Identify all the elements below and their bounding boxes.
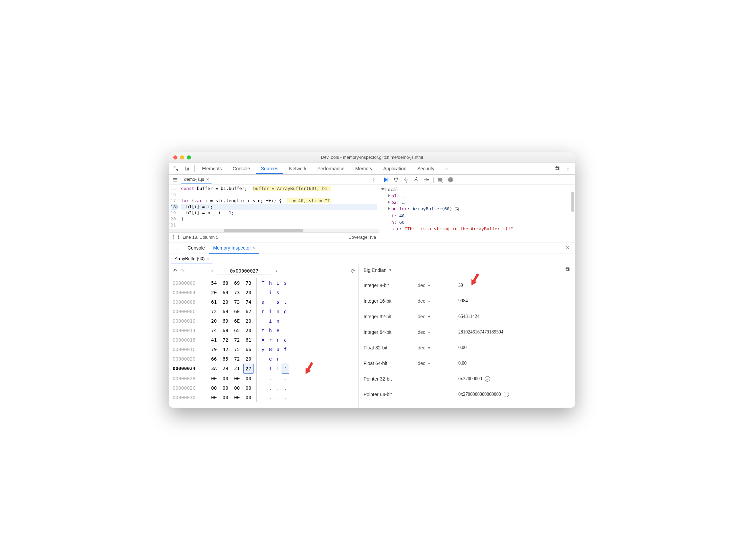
close-drawer-icon[interactable]: × <box>562 244 573 252</box>
memory-inspector-subtabs: ArrayBuffer(60) × <box>169 254 575 264</box>
history-back-icon[interactable]: ↶ <box>173 268 177 274</box>
kebab-menu-icon[interactable] <box>563 164 573 173</box>
tab-memory[interactable]: Memory <box>351 163 377 174</box>
hex-row[interactable]: 0000000420697320 is <box>173 288 355 297</box>
coverage-label: Coverage: n/a <box>348 235 376 240</box>
value-row-float-64-bit: Float 64-bitdec ▾0.00 <box>364 356 570 371</box>
address-input[interactable] <box>217 267 271 275</box>
hex-row[interactable]: 0000002C00000000.... <box>173 383 355 393</box>
hex-viewer: ↶ ↷ ‹ › ⟳ 0000000054686973This0000000420… <box>169 264 359 408</box>
svg-point-4 <box>395 181 396 182</box>
file-tab-label: demo-js.js <box>184 177 204 182</box>
format-selector[interactable]: dec ▾ <box>418 361 458 366</box>
tab-console[interactable]: Console <box>228 163 255 174</box>
close-tab-icon[interactable]: × <box>206 177 209 182</box>
debugger-toolbar <box>379 175 575 185</box>
file-tab-bar: demo-js.js × <box>169 175 379 185</box>
hex-row[interactable]: 0000003000000000.... <box>173 393 355 402</box>
drawer: ⋮ ConsoleMemory Inspector × × ArrayBuffe… <box>169 242 575 408</box>
scope-var-buffer[interactable]: buffer: ArrayBuffer(60) ⋯ <box>382 206 572 213</box>
tab-sources[interactable]: Sources <box>256 163 283 174</box>
value-row-integer-16-bit: Integer 16-bitdec ▾9984 <box>364 293 570 309</box>
inspect-element-icon[interactable] <box>171 164 181 173</box>
device-toolbar-icon[interactable] <box>182 164 192 173</box>
step-out-icon[interactable] <box>413 176 420 183</box>
format-selector[interactable]: dec ▾ <box>418 283 458 288</box>
svg-point-7 <box>428 179 429 180</box>
hex-row[interactable]: 0000000054686973This <box>173 278 355 288</box>
hex-row[interactable]: 0000000861207374a st <box>173 297 355 307</box>
subtab-label: ArrayBuffer(60) <box>175 256 205 261</box>
format-selector[interactable]: dec ▾ <box>418 345 458 350</box>
scope-pane[interactable]: Local b1: …b2: …buffer: ArrayBuffer(60) … <box>379 185 575 238</box>
format-selector[interactable]: dec ▾ <box>418 298 458 304</box>
goto-address-icon[interactable]: → <box>504 392 509 397</box>
hex-row[interactable]: 0000002800000000.... <box>173 374 355 383</box>
tab-application[interactable]: Application <box>378 163 411 174</box>
svg-point-0 <box>568 167 569 168</box>
settings-gear-icon[interactable] <box>552 164 562 173</box>
value-row-integer-32-bit: Integer 32-bitdec ▾654311424 <box>364 309 570 324</box>
hex-row[interactable]: 0000001C79427566yBuf <box>173 345 355 354</box>
value-row-float-32-bit: Float 32-bitdec ▾0.00 <box>364 340 570 356</box>
value-row-pointer-64-bit: Pointer 64-bit0x2700000000000000→ <box>364 387 570 402</box>
snippets-run-icon[interactable] <box>369 175 379 185</box>
scope-header: Local <box>385 187 398 192</box>
value-settings-gear-icon[interactable] <box>565 267 570 273</box>
file-tab-demo-js[interactable]: demo-js.js × <box>181 175 212 184</box>
address-prev-icon[interactable]: ‹ <box>209 268 216 274</box>
tab-network[interactable]: Network <box>284 163 311 174</box>
resume-icon[interactable] <box>382 176 389 183</box>
hex-row[interactable]: 0000001020696E20 in <box>173 316 355 326</box>
pause-on-exceptions-icon[interactable] <box>447 176 454 183</box>
address-next-icon[interactable]: › <box>272 268 280 274</box>
goto-address-icon[interactable]: → <box>485 376 490 382</box>
value-row-pointer-32-bit: Pointer 32-bit0x27000000→ <box>364 371 570 387</box>
scope-var-i[interactable]: i: 40 <box>382 213 572 219</box>
scope-var-str[interactable]: str: "This is a string in the ArrayBuffe… <box>382 225 572 232</box>
tab-performance[interactable]: Performance <box>312 163 349 174</box>
devtools-window: DevTools - memory-inspector.glitch.me/de… <box>169 152 575 408</box>
history-forward-icon[interactable]: ↷ <box>180 268 185 274</box>
tabs-overflow[interactable]: » <box>440 163 453 174</box>
step-into-icon[interactable] <box>403 176 410 183</box>
refresh-icon[interactable]: ⟳ <box>351 268 355 274</box>
drawer-kebab-icon[interactable]: ⋮ <box>171 244 183 252</box>
tab-elements[interactable]: Elements <box>197 163 226 174</box>
endian-selector[interactable]: Big Endian <box>364 267 387 273</box>
hex-row[interactable]: 0000001841727261Arra <box>173 335 355 345</box>
value-interpreter: Big Endian ▾ Integer 8-bitdec ▾39Integer… <box>359 264 575 408</box>
subtab-arraybuffer[interactable]: ArrayBuffer(60) × <box>171 254 213 263</box>
drawer-tab-memory-inspector[interactable]: Memory Inspector × <box>209 243 259 254</box>
window-title: DevTools - memory-inspector.glitch.me/de… <box>169 155 575 160</box>
code-editor[interactable]: 15161718192021 const buffer = b1.buffer;… <box>169 185 379 229</box>
format-braces-icon[interactable]: { } <box>172 235 180 240</box>
hex-row[interactable]: 0000001474686520the <box>173 326 355 335</box>
scope-var-b1[interactable]: b1: … <box>382 193 572 199</box>
deactivate-breakpoints-icon[interactable] <box>437 176 444 183</box>
step-icon[interactable] <box>423 176 430 183</box>
format-selector[interactable]: dec ▾ <box>418 329 458 335</box>
tab-security[interactable]: Security <box>413 163 439 174</box>
horizontal-scrollbar[interactable] <box>169 229 379 232</box>
endian-caret-icon[interactable]: ▾ <box>389 268 391 272</box>
show-navigator-icon[interactable] <box>171 175 180 185</box>
close-subtab-icon[interactable]: × <box>207 256 210 261</box>
value-row-integer-8-bit: Integer 8-bitdec ▾39 <box>364 278 570 293</box>
drawer-tab-console[interactable]: Console <box>183 243 209 254</box>
hex-toolbar: ↶ ↷ ‹ › ⟳ <box>173 267 355 275</box>
format-selector[interactable]: dec ▾ <box>418 314 458 319</box>
editor-status-bar: { } Line 18, Column 5 Coverage: n/a <box>169 232 379 242</box>
hex-row[interactable]: 000000243A292127:)!' <box>173 364 355 374</box>
svg-point-1 <box>568 168 569 169</box>
hex-row[interactable]: 0000000C72696E67ring <box>173 307 355 316</box>
separator <box>194 165 195 172</box>
step-over-icon[interactable] <box>393 176 399 183</box>
svg-rect-9 <box>450 178 451 181</box>
scope-var-b2[interactable]: b2: … <box>382 199 572 206</box>
hex-grid[interactable]: 0000000054686973This0000000420697320 is … <box>173 278 355 402</box>
vertical-scrollbar[interactable] <box>571 192 574 212</box>
scope-var-n[interactable]: n: 60 <box>382 219 572 225</box>
drawer-tabs: ⋮ ConsoleMemory Inspector × × <box>169 242 575 254</box>
hex-row[interactable]: 0000002066657220fer <box>173 354 355 364</box>
